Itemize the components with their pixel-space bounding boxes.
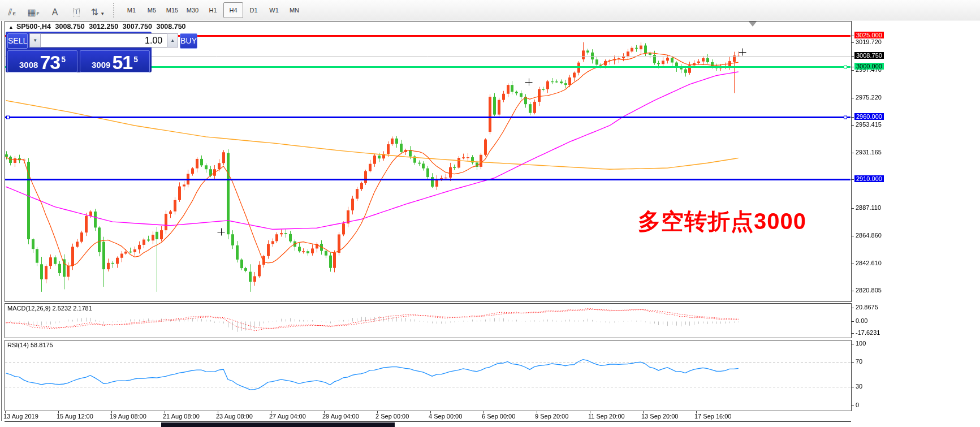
buy-button[interactable]: BUY bbox=[180, 33, 197, 49]
time-tick-13-Sep-20-00: 13 Sep 20:00 bbox=[641, 413, 678, 420]
high-value: 3012.250 bbox=[89, 23, 118, 31]
open-value: 3008.750 bbox=[55, 23, 85, 31]
time-tick-17-Sep-16-00: 17 Sep 16:00 bbox=[694, 413, 731, 420]
macd-label: MACD(12,26,9) 2.5232 2.1781 bbox=[7, 305, 92, 312]
rsi-value: 58.8175 bbox=[31, 342, 53, 348]
macd-panel[interactable] bbox=[5, 303, 852, 338]
timeframe-button-H1[interactable]: H1 bbox=[203, 2, 223, 18]
price-tick-2975.220: 2975.220 bbox=[856, 94, 882, 101]
time-tick-4-Sep-00-00: 4 Sep 00:00 bbox=[429, 413, 462, 420]
price-tick-3008.750: 3008.750 bbox=[854, 52, 884, 59]
objects-crayon-icon[interactable]: ⫽E bbox=[3, 2, 20, 18]
rsi-panel[interactable] bbox=[5, 340, 852, 411]
docked-panel-border bbox=[5, 421, 851, 422]
toolbar-separator bbox=[113, 3, 117, 18]
mouse-cursor-icon bbox=[749, 21, 757, 27]
timeframe-button-M30[interactable]: M30 bbox=[183, 2, 202, 18]
low-value: 3007.750 bbox=[123, 23, 152, 31]
macd-tick--17.6231: -17.6231 bbox=[856, 329, 880, 336]
price-tick-2864.860: 2864.860 bbox=[856, 232, 882, 239]
chart-text-annotation: 多空转折点3000 bbox=[638, 206, 806, 237]
grid-fill-icon[interactable]: ▦F bbox=[25, 2, 42, 18]
sell-price-figure: 3008 bbox=[19, 59, 38, 71]
sell-price-pips: 73 bbox=[40, 54, 60, 71]
cycle-arrows-icon[interactable]: ⇅▼ bbox=[89, 2, 106, 18]
symbol-period: SP500-,H4 bbox=[16, 23, 51, 31]
buy-price-figure: 3009 bbox=[92, 59, 110, 71]
chart-ohlc-header: ▲SP500-,H4 3008.750 3012.250 3007.750 30… bbox=[8, 23, 188, 31]
volume-input[interactable] bbox=[41, 33, 167, 48]
price-tick-2842.610: 2842.610 bbox=[856, 260, 882, 266]
buy-price-fraction: 5 bbox=[133, 55, 138, 64]
price-tick-3019.720: 3019.720 bbox=[856, 38, 882, 45]
time-tick-11-Sep-20-00: 11 Sep 20:00 bbox=[588, 413, 625, 420]
timeframe-button-M15[interactable]: M15 bbox=[162, 2, 182, 18]
rsi-tick-100: 100 bbox=[856, 340, 866, 347]
price-tick-2910.000: 2910.000 bbox=[854, 175, 884, 182]
price-tick-2820.805: 2820.805 bbox=[856, 287, 882, 294]
volume-decrease-button[interactable]: ▼ bbox=[29, 33, 41, 48]
time-tick-13-Aug-2019: 13 Aug 2019 bbox=[3, 413, 38, 420]
volume-increase-button[interactable]: ▲ bbox=[167, 33, 178, 48]
buy-price-display[interactable]: 3009 51 5 bbox=[80, 50, 150, 72]
buy-price-pips: 51 bbox=[112, 54, 132, 71]
price-tick-2960.000: 2960.000 bbox=[854, 113, 884, 120]
price-tick-3000.000: 3000.000 bbox=[854, 63, 884, 70]
timeframe-button-MN[interactable]: MN bbox=[284, 2, 304, 18]
time-tick-9-Sep-20-00: 9 Sep 20:00 bbox=[535, 413, 568, 420]
window-left-border bbox=[1, 21, 2, 421]
timeframe-button-W1[interactable]: W1 bbox=[264, 2, 284, 18]
rsi-tick-70: 70 bbox=[856, 358, 862, 365]
macd-tick-0.00: 0.00 bbox=[856, 317, 867, 324]
macd-tick-20.8675: 20.8675 bbox=[856, 304, 878, 310]
time-tick-23-Aug-08-00: 23 Aug 08:00 bbox=[216, 413, 253, 420]
sell-button[interactable]: SELL bbox=[7, 33, 28, 49]
time-tick-21-Aug-08-00: 21 Aug 08:00 bbox=[163, 413, 200, 420]
timeframe-button-D1[interactable]: D1 bbox=[244, 2, 264, 18]
toolbar: ⫽E▦FAT⇅▼M1M5M15M30H1H4D1W1MN bbox=[0, 0, 980, 20]
one-click-trading-panel: SELL ▼ ▲ BUY 3008 73 5 3009 51 5 bbox=[6, 32, 152, 72]
time-tick-27-Aug-04-00: 27 Aug 04:00 bbox=[269, 413, 306, 420]
price-tick-2953.415: 2953.415 bbox=[856, 121, 882, 128]
price-axis[interactable] bbox=[852, 21, 980, 411]
macd-values: 2.5232 2.1781 bbox=[52, 305, 92, 312]
collapse-arrow-icon[interactable]: ▲ bbox=[8, 24, 14, 30]
timeframe-button-M5[interactable]: M5 bbox=[142, 2, 162, 18]
sell-price-display[interactable]: 3008 73 5 bbox=[7, 50, 77, 72]
price-tick-3025.000: 3025.000 bbox=[854, 32, 884, 38]
price-tick-2887.110: 2887.110 bbox=[856, 204, 881, 211]
docked-window-edge bbox=[161, 422, 395, 427]
textbox-icon[interactable]: T bbox=[68, 2, 85, 18]
timeframe-button-M1[interactable]: M1 bbox=[122, 2, 141, 18]
time-tick-29-Aug-04-00: 29 Aug 04:00 bbox=[322, 413, 359, 420]
time-tick-6-Sep-00-00: 6 Sep 00:00 bbox=[482, 413, 515, 420]
rsi-tick-30: 30 bbox=[856, 383, 862, 390]
rsi-tick-0: 0 bbox=[856, 402, 859, 408]
time-tick-15-Aug-12-00: 15 Aug 12:00 bbox=[57, 413, 93, 420]
rsi-label: RSI(14) 58.8175 bbox=[7, 342, 53, 348]
mt4-terminal: ⫽E▦FAT⇅▼M1M5M15M30H1H4D1W1MN ▲SP500-,H4 … bbox=[0, 0, 980, 427]
timeframe-button-H4[interactable]: H4 bbox=[223, 2, 243, 18]
text-label-icon[interactable]: A bbox=[46, 2, 63, 18]
sell-price-fraction: 5 bbox=[61, 55, 66, 64]
close-value: 3008.750 bbox=[156, 23, 185, 31]
time-tick-2-Sep-00-00: 2 Sep 00:00 bbox=[375, 413, 409, 420]
price-tick-2931.165: 2931.165 bbox=[856, 149, 882, 156]
time-tick-19-Aug-08-00: 19 Aug 08:00 bbox=[110, 413, 146, 420]
